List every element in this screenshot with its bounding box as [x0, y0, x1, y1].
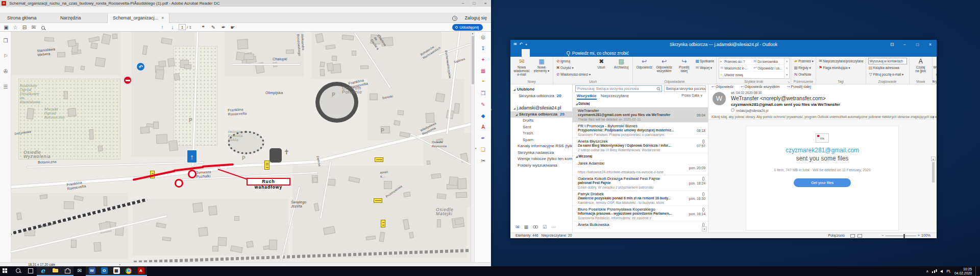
- zoom-out-icon[interactable]: −: [881, 233, 884, 238]
- message-row[interactable]: WeTransfer czyzmarek281@gmail.com sent y…: [573, 107, 708, 123]
- redact-icon[interactable]: ✂: [475, 155, 492, 167]
- certificates-icon[interactable]: ✒: [475, 133, 492, 144]
- dialog-launcher-icon[interactable]: ↘: [788, 80, 790, 83]
- quicksteps-scroll[interactable]: ∧∨▾: [784, 58, 789, 78]
- protect-icon[interactable]: ◆: [475, 110, 492, 122]
- organize-pages-icon[interactable]: ❏: [475, 144, 492, 155]
- reply-button[interactable]: ↩Odpowiedz: [635, 58, 653, 78]
- vertical-scrollbar[interactable]: ▲: [471, 32, 474, 262]
- hand-tool-icon[interactable]: ☛: [229, 23, 237, 32]
- edge-icon[interactable]: e: [37, 266, 49, 276]
- attachments-icon[interactable]: ✇: [0, 65, 11, 78]
- ignore-button[interactable]: ⊘Ignoruj: [555, 58, 591, 64]
- folder-item[interactable]: Skrzynka odbiorcza20: [510, 93, 572, 100]
- export-pdf-icon[interactable]: ↧: [475, 43, 492, 54]
- calculator-icon[interactable]: ▦: [110, 266, 122, 276]
- highlight-icon[interactable]: ✎: [209, 23, 217, 32]
- search-scope-dropdown[interactable]: Bieżąca skrzynka pocztowa ∨: [664, 85, 706, 92]
- sign-in[interactable]: ?Zaloguj się: [452, 13, 487, 23]
- search-tools-icon[interactable]: ◎: [475, 32, 492, 43]
- tell-me-box[interactable]: Powiedz mi, co chcesz zrobić: [562, 49, 629, 57]
- share-button[interactable]: Udostępnij: [452, 24, 483, 31]
- junk-button[interactable]: ⊘Wiadomości-śmieci ▾: [555, 71, 591, 78]
- quickstep-create-new[interactable]: +Utwórz nową: [719, 72, 751, 78]
- reading-view-icon[interactable]: [857, 234, 862, 238]
- zoom-slider-thumb[interactable]: [903, 234, 905, 238]
- new-email-button[interactable]: ✉Nowa wiadomość e-mail: [512, 58, 531, 78]
- ribbon-tab[interactable]: [522, 49, 530, 57]
- infobar-collapse-icon[interactable]: ∧: [932, 114, 935, 120]
- minimize-button[interactable]: −: [457, 0, 469, 7]
- language-indicator[interactable]: PL: [946, 269, 951, 273]
- network-icon[interactable]: [932, 269, 937, 273]
- task-view-button[interactable]: [24, 266, 37, 276]
- folder-item[interactable]: ◢Skrzynka odbiorcza20: [510, 111, 572, 118]
- star-icon[interactable]: ☆: [11, 23, 19, 32]
- filter-unread[interactable]: Nieprzeczytane: [601, 94, 629, 98]
- combine-files-icon[interactable]: ❐: [475, 88, 492, 99]
- menu-item[interactable]: [2, 7, 7, 13]
- close-button[interactable]: ×: [480, 0, 491, 7]
- zoom-level[interactable]: 100%: [921, 233, 930, 238]
- download-images-infobar[interactable]: Kliknij tutaj, aby pobrać obrazy. Aby po…: [708, 113, 937, 120]
- mail-nav-icon[interactable]: ✉: [516, 224, 520, 229]
- rules-button[interactable]: ▦Reguły ▾: [793, 64, 813, 71]
- folder-item[interactable]: ◢Ulubione: [510, 86, 572, 93]
- store-icon[interactable]: [61, 266, 74, 276]
- ribbon-tab[interactable]: [546, 49, 554, 57]
- archive-button[interactable]: ▤Archiwizuj: [612, 58, 630, 78]
- menu-item[interactable]: [8, 7, 13, 13]
- forward-action[interactable]: ↪Prześlij dalej: [787, 85, 811, 90]
- folder-item[interactable]: ◢j.adamski@silesia24.pl: [510, 105, 572, 111]
- calendar-nav-icon[interactable]: ▦: [524, 224, 529, 229]
- reply-all-button[interactable]: ↩Odpowiedz wszystkim: [655, 58, 673, 78]
- save-icon[interactable]: ▣: [2, 23, 10, 32]
- more-nav-icon[interactable]: ⋯: [551, 224, 556, 229]
- folder-item[interactable]: Foldery wyszukiwania: [510, 163, 572, 169]
- page-number-input[interactable]: 1: [179, 24, 186, 30]
- filter-all[interactable]: Wszystkie: [577, 94, 597, 100]
- zoom-in-icon[interactable]: +: [918, 233, 920, 238]
- address-book-button[interactable]: ▤Książka adresowa: [868, 64, 907, 71]
- search-button[interactable]: [12, 266, 24, 276]
- previous-page-icon[interactable]: ↑: [158, 23, 166, 32]
- tools-panel-collapse-icon[interactable]: ◂: [475, 146, 476, 150]
- ribbon-tab[interactable]: [530, 49, 538, 57]
- tab-document[interactable]: Schemat_organizacj...×: [107, 13, 169, 23]
- convert-pdf-icon[interactable]: A: [475, 122, 492, 133]
- close-button[interactable]: ×: [924, 40, 937, 49]
- maximize-button[interactable]: □: [911, 40, 924, 49]
- quick-access-dropdown-icon[interactable]: ▾: [525, 40, 527, 49]
- send-receive-all-button[interactable]: ⇄Wyślij/Odbierz dla wszystkich folderów: [935, 58, 937, 78]
- read-aloud-button[interactable]: ACzytaj na głos: [912, 58, 930, 78]
- unread-read-button[interactable]: ✉Nieprzeczytane/przeczytane: [818, 58, 864, 64]
- quick-undo-icon[interactable]: ↶: [520, 40, 523, 49]
- page-thumbnails-icon[interactable]: ❐: [0, 35, 11, 47]
- message-row[interactable]: Patryk Drabek Zawiercie pozyskało ponad …: [573, 191, 708, 206]
- bookmarks-icon[interactable]: ⚐: [0, 50, 11, 62]
- chrome-icon[interactable]: [122, 266, 135, 276]
- ribbon-tab[interactable]: [513, 49, 522, 57]
- clock[interactable]: 10:25 04.02.2020: [954, 267, 972, 275]
- folder-item[interactable]: Kanały informacyjne RSS (tylko ten k...: [510, 143, 572, 150]
- tasks-nav-icon[interactable]: ☑: [543, 224, 547, 229]
- folder-item[interactable]: Drafts: [510, 118, 572, 124]
- show-desktop-button[interactable]: [975, 266, 977, 276]
- create-pdf-icon[interactable]: +: [475, 54, 492, 65]
- pdf-map-canvas[interactable]: ✝ Stanisława WeberaRodzinny Ogród Działk…: [11, 32, 471, 262]
- message-row[interactable]: Dzisiaj: [573, 101, 708, 107]
- quickstep-to-manager[interactable]: ✉Do kierownika: [752, 58, 784, 65]
- people-nav-icon[interactable]: [533, 225, 538, 229]
- speaker-icon[interactable]: [940, 270, 943, 273]
- folder-item[interactable]: [510, 99, 572, 104]
- sender-email-link[interactable]: czyzmarek281@gmail.com: [746, 147, 898, 154]
- layers-icon[interactable]: ☰: [0, 81, 11, 93]
- help-icon[interactable]: ?: [452, 16, 457, 21]
- new-items-button[interactable]: ▦Nowe elementy ▾: [532, 58, 551, 78]
- filter-email-button[interactable]: ▽Filtruj pocztę e-mail ▾: [868, 71, 907, 78]
- forward-button[interactable]: ↪Prześlij dalej: [675, 58, 693, 78]
- message-row[interactable]: Aneta Bulkowska: [573, 221, 708, 233]
- mail-icon[interactable]: ✉: [74, 266, 86, 276]
- tab-home[interactable]: Strona główna: [2, 13, 42, 23]
- reading-scrollbar[interactable]: ▴: [931, 156, 936, 233]
